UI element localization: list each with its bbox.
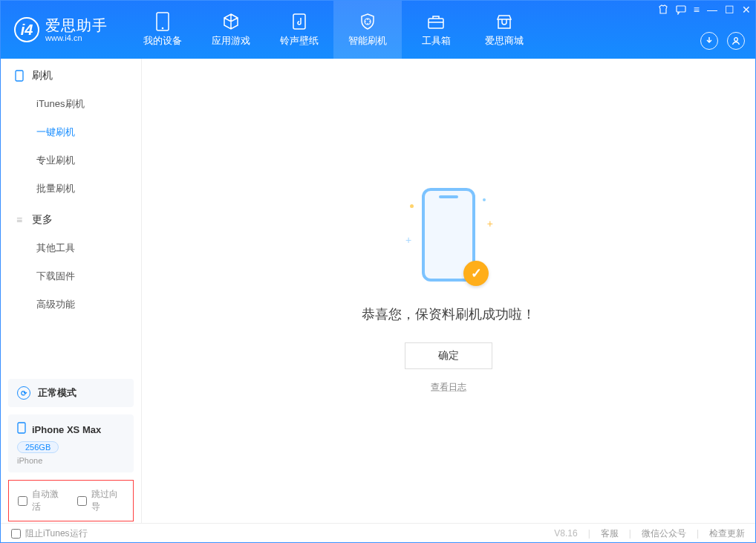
ok-button[interactable]: 确定 — [405, 342, 492, 369]
svg-rect-3 — [428, 19, 443, 28]
device-name: iPhone XS Max — [32, 424, 101, 435]
download-icon[interactable] — [700, 32, 718, 50]
sidebar-item-oneclick-flash[interactable]: 一键刷机 — [1, 118, 141, 146]
device-card[interactable]: iPhone XS Max 256GB iPhone — [8, 414, 134, 472]
view-log-link[interactable]: 查看日志 — [431, 381, 466, 394]
mode-label: 正常模式 — [38, 386, 76, 400]
shop-icon — [495, 12, 514, 31]
device-type: iPhone — [17, 456, 125, 465]
section-title: 更多 — [32, 213, 53, 227]
app-header: i4 爱思助手 www.i4.cn 我的设备 应用游戏 铃声壁纸 智能刷机 工具… — [1, 1, 755, 59]
checkbox-input[interactable] — [77, 496, 87, 506]
svg-rect-7 — [18, 423, 25, 433]
checkbox-label: 阻止iTunes运行 — [25, 527, 88, 540]
sidebar-items-flash: iTunes刷机 一键刷机 专业刷机 批量刷机 — [1, 90, 141, 203]
logo-area: i4 爱思助手 www.i4.cn — [1, 1, 121, 59]
plus-decor-icon: + — [487, 218, 493, 230]
footer-link-support[interactable]: 客服 — [601, 527, 619, 540]
sidebar-bottom: ⟳ 正常模式 iPhone XS Max 256GB iPhone 自动激活 跳 — [1, 379, 141, 523]
checkbox-skip-setup[interactable]: 跳过向导 — [77, 488, 125, 513]
shield-icon — [358, 12, 377, 31]
plus-decor-icon: + — [405, 234, 411, 246]
sparkle-icon — [410, 204, 414, 208]
sidebar-section-more: ≡ 更多 — [1, 203, 141, 234]
svg-point-5 — [734, 38, 738, 42]
toolbox-icon — [426, 12, 446, 31]
sparkle-icon — [483, 198, 486, 201]
svg-rect-4 — [677, 6, 685, 12]
nav-apps-games[interactable]: 应用游戏 — [197, 1, 265, 59]
checkbox-row-highlighted: 自动激活 跳过向导 — [8, 480, 134, 521]
phone-small-icon — [17, 422, 26, 437]
nav-label: 应用游戏 — [212, 34, 250, 48]
app-body: 刷机 iTunes刷机 一键刷机 专业刷机 批量刷机 ≡ 更多 其他工具 下载固… — [1, 59, 755, 523]
logo-text: 爱思助手 www.i4.cn — [45, 17, 108, 42]
menu-icon[interactable]: ≡ — [694, 4, 700, 16]
nav-label: 工具箱 — [422, 34, 451, 48]
sidebar-item-itunes-flash[interactable]: iTunes刷机 — [1, 90, 141, 118]
svg-rect-6 — [16, 71, 23, 81]
section-title: 刷机 — [32, 69, 53, 82]
sidebar-item-advanced[interactable]: 高级功能 — [1, 290, 141, 319]
phone-outline-icon — [14, 71, 25, 81]
sidebar-item-pro-flash[interactable]: 专业刷机 — [1, 146, 141, 175]
checkbox-block-itunes[interactable]: 阻止iTunes运行 — [11, 527, 88, 540]
sidebar-items-more: 其他工具 下载固件 高级功能 — [1, 234, 141, 319]
minimize-icon[interactable]: — — [707, 4, 717, 16]
nav-label: 爱思商城 — [485, 34, 524, 48]
sidebar-item-batch-flash[interactable]: 批量刷机 — [1, 175, 141, 203]
nav-my-device[interactable]: 我的设备 — [128, 1, 197, 59]
logo-title: 爱思助手 — [45, 17, 108, 33]
menu-lines-icon: ≡ — [14, 215, 25, 225]
checkbox-auto-activate[interactable]: 自动激活 — [18, 488, 65, 513]
cube-icon — [221, 12, 241, 31]
nav-toolbox[interactable]: 工具箱 — [402, 1, 470, 59]
header-right-icons — [700, 32, 745, 50]
logo-icon: i4 — [14, 17, 39, 42]
nav-store[interactable]: 爱思商城 — [470, 1, 538, 59]
checkbox-label: 跳过向导 — [91, 488, 125, 513]
nav-label: 智能刷机 — [348, 34, 387, 48]
window-controls: ≡ — ☐ ✕ — [658, 4, 751, 16]
mode-card[interactable]: ⟳ 正常模式 — [8, 379, 134, 407]
device-icon — [153, 12, 172, 31]
nav-label: 我的设备 — [143, 34, 182, 48]
feedback-icon[interactable] — [676, 4, 686, 15]
mode-icon: ⟳ — [17, 386, 30, 400]
checkbox-input[interactable] — [18, 496, 27, 506]
nav-ringtones[interactable]: 铃声壁纸 — [265, 1, 333, 59]
device-capacity: 256GB — [17, 441, 59, 453]
sidebar-item-other-tools[interactable]: 其他工具 — [1, 234, 141, 262]
footer-link-wechat[interactable]: 微信公众号 — [642, 527, 686, 540]
main-content: ✓ + + 恭喜您，保资料刷机成功啦！ 确定 查看日志 — [142, 59, 755, 523]
logo-url: www.i4.cn — [45, 33, 108, 42]
skin-icon[interactable] — [658, 4, 668, 15]
success-illustration: ✓ + + — [404, 188, 493, 292]
status-bar: 阻止iTunes运行 V8.16 | 客服 | 微信公众号 | 检查更新 — [1, 523, 755, 543]
svg-point-1 — [162, 27, 164, 30]
success-message: 恭喜您，保资料刷机成功啦！ — [362, 305, 535, 323]
nav-label: 铃声壁纸 — [280, 34, 319, 48]
sidebar: 刷机 iTunes刷机 一键刷机 专业刷机 批量刷机 ≡ 更多 其他工具 下载固… — [1, 59, 142, 523]
music-icon — [290, 12, 309, 31]
checkbox-input[interactable] — [11, 529, 21, 539]
user-icon[interactable] — [727, 32, 745, 50]
sidebar-item-download-firmware[interactable]: 下载固件 — [1, 262, 141, 290]
checkbox-label: 自动激活 — [32, 488, 65, 513]
footer-link-update[interactable]: 检查更新 — [709, 527, 745, 540]
nav-smart-flash[interactable]: 智能刷机 — [333, 1, 402, 59]
checkmark-badge-icon: ✓ — [463, 261, 489, 286]
close-icon[interactable]: ✕ — [742, 4, 751, 16]
maximize-icon[interactable]: ☐ — [725, 4, 734, 16]
version-label: V8.16 — [554, 528, 577, 539]
main-nav: 我的设备 应用游戏 铃声壁纸 智能刷机 工具箱 爱思商城 — [128, 1, 538, 59]
sidebar-section-flash: 刷机 — [1, 59, 141, 90]
